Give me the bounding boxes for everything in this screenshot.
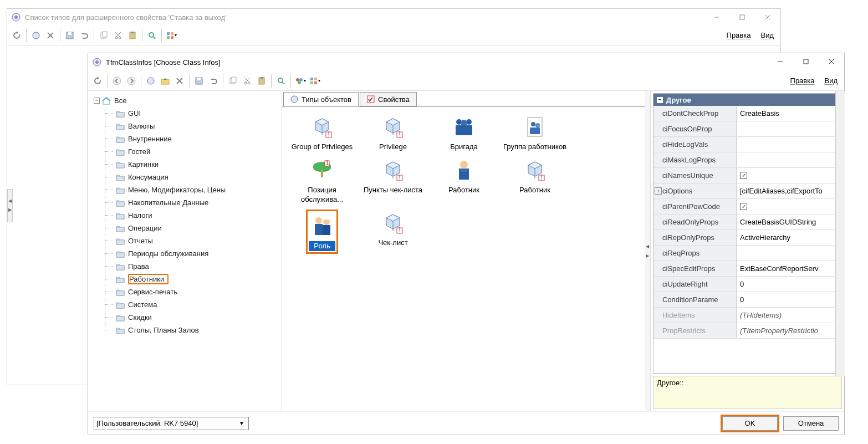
property-value[interactable] (737, 121, 841, 136)
object-item[interactable]: !Работник (502, 157, 568, 204)
tree-item[interactable]: Столы, Планы Залов (100, 324, 279, 336)
scrollbar[interactable] (835, 91, 845, 376)
tree-item[interactable]: Налоги (100, 209, 279, 222)
object-item[interactable]: !Пункты чек-листа (360, 157, 426, 204)
search-icon[interactable] (145, 28, 159, 43)
property-row[interactable]: ciMaskLogProps (653, 152, 841, 168)
undo-icon[interactable] (77, 28, 91, 43)
copy-icon[interactable] (226, 74, 240, 88)
tree-item[interactable]: Меню, Модификаторы, Цены (100, 183, 279, 196)
dialog-menu-view[interactable]: Вид (824, 76, 838, 85)
object-item[interactable]: Работник (431, 157, 497, 204)
tree-item[interactable]: Накопительные Данные (100, 196, 279, 209)
item-icon[interactable] (29, 28, 43, 43)
tree-item[interactable]: Сервис-печать (100, 285, 279, 298)
tree-item[interactable]: Работники (100, 273, 279, 285)
tree-item[interactable]: Картинки (100, 158, 279, 171)
color-icon[interactable]: ▾ (293, 74, 308, 88)
search-icon[interactable] (274, 74, 288, 88)
object-item[interactable]: Группа работников (502, 114, 568, 151)
folder-up-icon[interactable] (158, 74, 172, 88)
refresh-icon[interactable] (9, 28, 24, 43)
object-item[interactable]: !Чек-лист (360, 210, 426, 254)
object-item[interactable]: Бригада (431, 114, 497, 151)
collapse-icon[interactable]: − (94, 98, 100, 104)
property-row[interactable]: ciRepOnlyPropsActiveHierarchy (653, 230, 841, 246)
tree-item[interactable]: Отчеты (100, 234, 279, 247)
collapse-icon[interactable]: − (657, 97, 663, 103)
checkbox[interactable]: ✓ (740, 172, 747, 179)
property-value[interactable]: CreateBasisGUIDString (737, 215, 841, 229)
tree-item[interactable]: Права (100, 260, 279, 273)
property-value[interactable]: 0 (737, 277, 841, 292)
property-row[interactable]: ciReqProps (653, 246, 841, 261)
property-row[interactable]: PropRestricts(TItemPropertyRestrictio (653, 323, 841, 339)
dialog-close-button[interactable] (819, 53, 844, 70)
property-value[interactable]: [cifEditAliases,cifExportTo (737, 183, 841, 198)
property-value[interactable]: ✓ (737, 168, 841, 183)
checkbox[interactable]: ✓ (740, 203, 747, 210)
minimize-button[interactable] (704, 9, 729, 25)
property-row[interactable]: ConditionParame0 (653, 292, 841, 308)
undo-icon[interactable] (206, 74, 221, 88)
back-icon[interactable] (110, 74, 124, 88)
tree-root-row[interactable]: − Все (90, 94, 279, 107)
dialog-menu-edit[interactable]: Правка (790, 76, 815, 85)
preset-combo[interactable]: [Пользовательский: RK7 5940] ▼ (94, 417, 249, 430)
property-value[interactable] (737, 137, 841, 152)
tab-object-types[interactable]: Типы объектов (283, 92, 359, 106)
paste-icon[interactable] (125, 28, 140, 43)
cut-icon[interactable] (111, 28, 125, 43)
item-icon[interactable] (144, 74, 158, 88)
tree-item[interactable]: Система (100, 298, 279, 311)
property-value[interactable]: ✓ (737, 199, 841, 214)
copy-icon[interactable] (96, 28, 111, 43)
cancel-button[interactable]: Отмена (783, 416, 839, 431)
property-value[interactable]: 0 (737, 292, 841, 307)
cut-icon[interactable] (240, 74, 254, 88)
tree-item[interactable]: GUI (100, 107, 279, 120)
prop-group-header[interactable]: − Другое (653, 94, 841, 106)
menu-edit[interactable]: Правка (727, 31, 751, 39)
property-row[interactable]: ciNamesUnique✓ (653, 168, 841, 183)
property-row[interactable]: ciFocusOnProp (653, 121, 841, 137)
object-item[interactable]: Роль (289, 210, 355, 254)
delete-icon[interactable] (172, 74, 187, 88)
property-row[interactable]: ciParentPowCode✓ (653, 199, 841, 215)
save-icon[interactable] (192, 74, 206, 88)
splitter-handle[interactable]: ◀▶ (7, 189, 13, 222)
property-value[interactable]: (THideItems) (737, 308, 841, 323)
maximize-button[interactable] (729, 9, 755, 25)
view-mode-icon[interactable]: ▾ (308, 74, 322, 88)
property-value[interactable]: ExtBaseConfReportServ (737, 261, 841, 276)
ok-button[interactable]: OK (722, 416, 778, 431)
object-item[interactable]: 1Позиция обслужива... (289, 157, 355, 204)
forward-icon[interactable] (124, 74, 139, 88)
tree-item[interactable]: Гостей (100, 145, 279, 158)
property-value[interactable]: CreateBasis (737, 106, 841, 121)
property-row[interactable]: ciHideLogVals (653, 137, 841, 152)
property-row[interactable]: ciReadOnlyPropsCreateBasisGUIDString (653, 215, 841, 230)
delete-icon[interactable] (43, 28, 58, 43)
vertical-splitter[interactable]: ◀▶ (645, 91, 650, 411)
property-row[interactable]: ciUpdateRight0 (653, 277, 841, 292)
tree-item[interactable]: Внутреннние (100, 132, 279, 145)
object-item[interactable]: !Privilege (360, 114, 426, 151)
menu-view[interactable]: Вид (760, 31, 774, 39)
property-row[interactable]: HideItems(THideItems) (653, 308, 841, 323)
property-value[interactable]: (TItemPropertyRestrictio (737, 323, 841, 338)
view-mode-icon[interactable]: ▾ (164, 28, 178, 43)
tree-item[interactable]: Скидки (100, 311, 279, 324)
dialog-maximize-button[interactable] (793, 53, 819, 70)
tree-item[interactable]: Валюты (100, 120, 279, 132)
close-button[interactable] (755, 9, 780, 25)
tree-item[interactable]: Консумация (100, 171, 279, 183)
property-value[interactable] (737, 246, 841, 261)
refresh-icon[interactable] (90, 74, 105, 88)
object-item[interactable]: !Group of Privileges (289, 114, 355, 151)
tree-item[interactable]: Периоды обслуживания (100, 247, 279, 260)
save-icon[interactable] (63, 28, 77, 43)
property-value[interactable] (737, 152, 841, 167)
dialog-minimize-button[interactable] (768, 53, 793, 70)
property-row[interactable]: ciSpecEditPropsExtBaseConfReportServ (653, 261, 841, 277)
